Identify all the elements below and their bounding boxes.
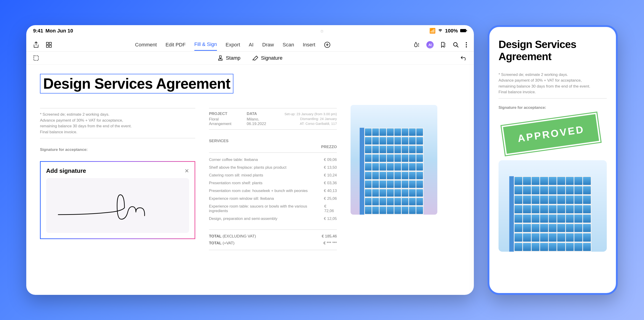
total-vat-value: € *** *** — [323, 241, 337, 245]
phone-frame: Design Services Agreement * Screened de;… — [488, 25, 618, 295]
search-icon[interactable] — [453, 42, 459, 48]
add-icon[interactable] — [324, 42, 330, 48]
tab-ai[interactable]: AI — [249, 39, 254, 51]
building-image — [350, 105, 437, 215]
svg-point-8 — [466, 42, 467, 43]
ai-badge-icon[interactable]: AI — [426, 41, 434, 49]
service-row: Catering room sill: mixed plants€ 10,24 — [209, 171, 337, 179]
stamp-tool[interactable]: Stamp — [217, 55, 240, 61]
services-list: Corner coffee table: Ikebana€ 09,06Shelf… — [209, 156, 337, 223]
status-time: 9:41 — [33, 28, 43, 34]
doc-notes: * Screened de; estimate 2 working days. … — [40, 112, 195, 135]
stamp-label: Stamp — [226, 55, 240, 61]
meta-notes: Set-up: 23 January (from 3.00 pm) Disman… — [284, 112, 337, 126]
battery-percent: 100% — [445, 28, 458, 34]
service-row: Experience room table: saucers or bowls … — [209, 202, 337, 215]
signature-accept-label: Signature for acceptance: — [40, 147, 195, 152]
tab-draw[interactable]: Draw — [262, 39, 274, 51]
data-value: Milano, 06.19.2022 — [247, 117, 270, 126]
wifi-icon — [438, 28, 443, 34]
signature-panel: Add signature ✕ — [40, 161, 195, 239]
document-viewport[interactable]: Design Services Agreement * Screened de;… — [26, 65, 474, 295]
total-ex-value: € 185,46 — [322, 234, 337, 239]
service-row: Corner coffee table: Ikebana€ 09,06 — [209, 156, 337, 164]
tab-fill-sign[interactable]: Fill & Sign — [194, 39, 217, 51]
more-icon[interactable] — [466, 42, 467, 48]
signature-panel-title: Add signature — [46, 167, 86, 174]
service-row: Design, preparation and semi-assembly€ 1… — [209, 215, 337, 223]
services-label: SERVICES — [209, 139, 228, 143]
phone-building-image — [498, 160, 607, 252]
tab-comment[interactable]: Comment — [135, 39, 157, 51]
tablet-frame: 9:41 Mon Jun 10 ☼ 📶 100% Comme — [26, 25, 474, 295]
brightness-icon: ☼ — [320, 28, 324, 34]
svg-point-10 — [466, 46, 467, 47]
phone-title: Design Services Agreement — [498, 38, 607, 63]
bookmark-icon[interactable] — [440, 42, 446, 48]
price-label: PREZZO — [321, 145, 337, 149]
signature-tool[interactable]: Signature — [252, 55, 282, 61]
sub-toolbar: Stamp Signature — [26, 52, 474, 65]
grid-icon[interactable] — [46, 42, 52, 48]
service-row: Presentation room shelf: plants€ 03,36 — [209, 179, 337, 187]
service-row: Presentation room cube: houseleek + bunc… — [209, 187, 337, 195]
service-row: Shelf above the fireplace: plants plus p… — [209, 164, 337, 171]
svg-rect-0 — [460, 29, 466, 32]
tab-insert[interactable]: Insert — [303, 39, 316, 51]
svg-rect-1 — [466, 30, 467, 31]
service-row: Experience room window sill: Ikebana€ 25… — [209, 195, 337, 202]
phone-notes: * Screened de; estimate 2 working days. … — [498, 72, 607, 95]
status-bar: 9:41 Mon Jun 10 ☼ 📶 100% — [26, 25, 474, 36]
tab-scan[interactable]: Scan — [282, 39, 294, 51]
signal-icon: 📶 — [429, 28, 436, 34]
share-icon[interactable] — [33, 41, 39, 48]
project-label: PROJECT — [209, 112, 233, 116]
signature-label: Signature — [261, 55, 282, 61]
page-title[interactable]: Design Services Agreement — [40, 74, 234, 94]
tab-export[interactable]: Export — [226, 39, 240, 51]
ink-icon[interactable] — [414, 42, 420, 48]
svg-point-9 — [466, 44, 467, 45]
close-icon[interactable]: ✕ — [184, 168, 189, 174]
select-icon[interactable] — [33, 55, 39, 61]
svg-rect-4 — [46, 45, 48, 47]
signature-canvas[interactable] — [46, 178, 189, 233]
tab-edit-pdf[interactable]: Edit PDF — [166, 39, 186, 51]
battery-icon — [460, 28, 467, 34]
data-label: DATA — [247, 112, 270, 116]
svg-rect-11 — [34, 56, 38, 60]
main-toolbar: Comment Edit PDF Fill & Sign Export AI D… — [26, 36, 474, 52]
project-value: Floral Arrangement — [209, 117, 233, 126]
svg-point-7 — [454, 43, 457, 46]
status-date: Mon Jun 10 — [46, 28, 73, 34]
svg-rect-3 — [49, 42, 52, 44]
undo-icon[interactable] — [460, 55, 467, 61]
approved-stamp[interactable]: APPROVED — [502, 112, 600, 155]
svg-rect-5 — [49, 45, 52, 47]
phone-signature-label: Signature for acceptance: — [498, 105, 607, 110]
svg-rect-2 — [46, 42, 48, 44]
